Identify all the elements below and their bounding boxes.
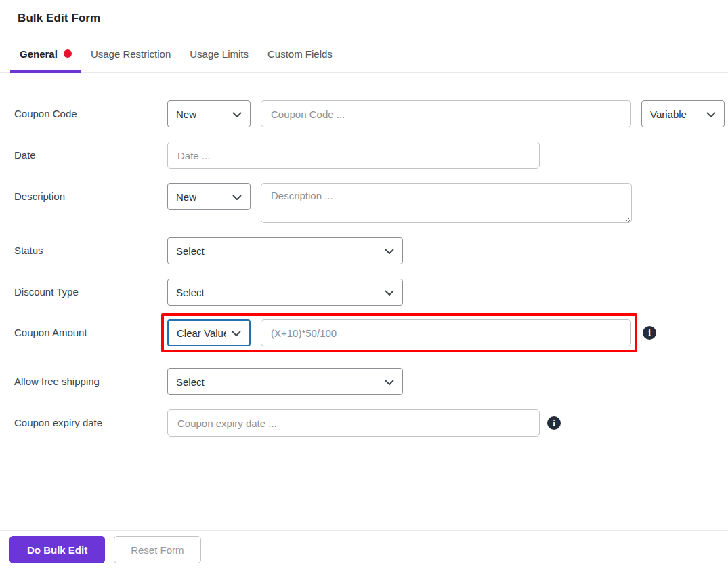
chevron-down-icon bbox=[379, 376, 394, 388]
chevron-down-icon bbox=[701, 108, 716, 120]
tab-usage-restriction-label: Usage Restriction bbox=[91, 48, 171, 60]
reset-form-button[interactable]: Reset Form bbox=[114, 536, 200, 563]
coupon-code-input[interactable] bbox=[261, 100, 631, 127]
description-mode-value: New bbox=[176, 191, 196, 203]
allow-free-shipping-select-value: Select bbox=[176, 376, 205, 388]
general-tab-panel: Coupon Code New Variable Date De bbox=[0, 73, 728, 530]
coupon-code-label: Coupon Code bbox=[14, 100, 167, 127]
description-label: Description bbox=[14, 183, 167, 210]
chevron-down-icon bbox=[379, 245, 394, 257]
chevron-down-icon bbox=[379, 287, 394, 298]
row-description: Description New bbox=[14, 183, 728, 223]
status-select-value: Select bbox=[176, 245, 205, 257]
bulk-edit-form-window: Bulk Edit Form General Usage Restriction… bbox=[0, 0, 728, 568]
discount-type-select[interactable]: Select bbox=[167, 279, 403, 306]
coupon-expiry-date-input[interactable] bbox=[167, 409, 540, 437]
status-select[interactable]: Select bbox=[167, 237, 403, 264]
header: Bulk Edit Form bbox=[0, 0, 728, 37]
description-textarea[interactable] bbox=[261, 183, 632, 223]
coupon-amount-mode-value: Clear Value bbox=[177, 327, 226, 339]
status-label: Status bbox=[14, 237, 167, 264]
coupon-code-mode-value: New bbox=[176, 108, 196, 120]
unsaved-changes-dot-icon bbox=[64, 49, 72, 58]
coupon-amount-info-icon[interactable]: i bbox=[643, 326, 656, 340]
allow-free-shipping-label: Allow free shipping bbox=[14, 368, 167, 395]
coupon-amount-mode-select[interactable]: Clear Value bbox=[167, 319, 251, 346]
allow-free-shipping-select[interactable]: Select bbox=[167, 368, 403, 395]
coupon-amount-label: Coupon Amount bbox=[14, 319, 167, 346]
tab-bar: General Usage Restriction Usage Limits C… bbox=[0, 37, 728, 73]
chevron-down-icon bbox=[227, 191, 242, 203]
chevron-down-icon bbox=[227, 108, 242, 120]
tab-custom-fields-label: Custom Fields bbox=[267, 48, 333, 60]
coupon-expiry-date-label: Coupon expiry date bbox=[14, 409, 167, 437]
discount-type-label: Discount Type bbox=[14, 279, 167, 306]
row-coupon-code: Coupon Code New Variable bbox=[14, 100, 728, 127]
tab-custom-fields[interactable]: Custom Fields bbox=[258, 37, 342, 73]
coupon-code-type-value: Variable bbox=[650, 108, 687, 120]
chevron-down-icon bbox=[226, 327, 241, 339]
coupon-expiry-date-info-icon[interactable]: i bbox=[547, 416, 561, 430]
row-status: Status Select bbox=[14, 237, 728, 264]
discount-type-select-value: Select bbox=[176, 287, 205, 298]
date-label: Date bbox=[14, 142, 167, 169]
page-title: Bulk Edit Form bbox=[18, 12, 100, 25]
coupon-amount-input[interactable] bbox=[261, 319, 631, 346]
tab-usage-limits-label: Usage Limits bbox=[190, 48, 249, 60]
form-footer: Do Bulk Edit Reset Form bbox=[0, 530, 728, 568]
row-discount-type: Discount Type Select bbox=[14, 279, 728, 306]
description-mode-select[interactable]: New bbox=[167, 183, 251, 210]
do-bulk-edit-button[interactable]: Do Bulk Edit bbox=[9, 536, 105, 563]
coupon-code-mode-select[interactable]: New bbox=[167, 100, 251, 127]
coupon-amount-highlight-box: Clear Value bbox=[161, 313, 637, 352]
coupon-code-type-select[interactable]: Variable bbox=[641, 100, 725, 127]
tab-usage-restriction[interactable]: Usage Restriction bbox=[81, 37, 180, 73]
row-allow-free-shipping: Allow free shipping Select bbox=[14, 368, 728, 395]
row-coupon-expiry-date: Coupon expiry date i bbox=[14, 409, 728, 437]
tab-general[interactable]: General bbox=[10, 37, 81, 73]
tab-general-label: General bbox=[20, 48, 58, 60]
date-input[interactable] bbox=[167, 142, 540, 169]
tab-usage-limits[interactable]: Usage Limits bbox=[180, 37, 258, 73]
row-date: Date bbox=[14, 142, 728, 169]
row-coupon-amount: Coupon Amount Clear Value i bbox=[14, 313, 728, 352]
